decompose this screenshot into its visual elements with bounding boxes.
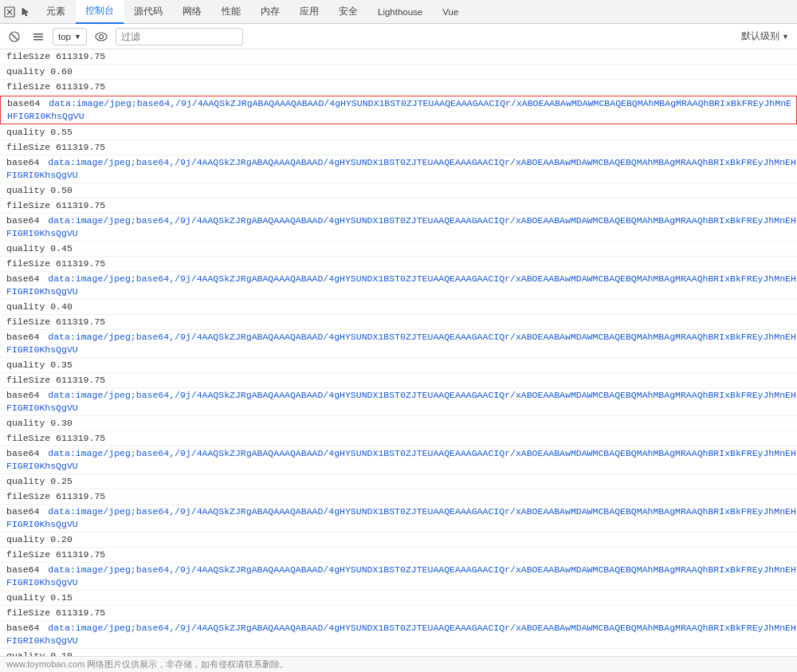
svg-rect-6 (33, 36, 43, 37)
tab-security[interactable]: 安全 (329, 0, 368, 24)
console-output: fileSize 611319.75quality 0.60fileSize 6… (0, 49, 797, 672)
chevron-down-icon: ▼ (74, 33, 81, 41)
console-row: fileSize 611319.75 (0, 257, 797, 272)
svg-rect-7 (33, 39, 43, 41)
console-row: base64 data:image/jpeg;base64,/9j/4AAQSk… (0, 446, 797, 474)
console-row: base64 data:image/jpeg;base64,/9j/4AAQSk… (0, 388, 797, 416)
console-row: quality 0.55 (0, 125, 797, 140)
devtools-icons (3, 6, 32, 18)
tab-console[interactable]: 控制台 (76, 0, 124, 24)
console-row: fileSize 611319.75 (0, 140, 797, 155)
cursor-icon[interactable] (19, 6, 32, 18)
tab-memory[interactable]: 内存 (251, 0, 290, 24)
settings-icon[interactable] (29, 27, 48, 46)
tab-network[interactable]: 网络 (173, 0, 212, 24)
watermark-bar: www.toymoban.com 网络图片仅供展示，非存储，如有侵权请联系删除。 (0, 656, 797, 672)
tab-elements[interactable]: 元素 (37, 0, 76, 24)
console-row: base64 data:image/jpeg;base64,/9j/4AAQSk… (0, 621, 797, 649)
console-row: quality 0.40 (0, 300, 797, 315)
console-row: fileSize 611319.75 (0, 489, 797, 505)
svg-line-4 (12, 33, 18, 39)
execution-context-dropdown[interactable]: top ▼ (53, 28, 87, 45)
console-row: base64 data:image/jpeg;base64,/9j/4AAQSk… (0, 330, 797, 358)
tab-performance[interactable]: 性能 (212, 0, 251, 24)
tab-vue[interactable]: Vue (433, 0, 469, 24)
filter-input[interactable] (121, 32, 238, 41)
console-row: fileSize 611319.75 (0, 548, 797, 563)
tab-application[interactable]: 应用 (290, 0, 329, 24)
svg-point-9 (99, 34, 103, 38)
console-row: quality 0.15 (0, 591, 797, 606)
console-row: quality 0.45 (0, 242, 797, 257)
console-row: fileSize 611319.75 (0, 431, 797, 446)
console-row: quality 0.20 (0, 532, 797, 548)
svg-rect-5 (33, 33, 43, 35)
default-levels-button[interactable]: 默认级别 ▼ (741, 30, 792, 42)
console-row: fileSize 611319.75 (0, 49, 797, 65)
console-row: fileSize 611319.75 (0, 373, 797, 388)
inspect-icon[interactable] (3, 6, 16, 18)
svg-point-8 (96, 33, 107, 41)
console-row: base64 data:image/jpeg;base64,/9j/4AAQSk… (0, 505, 797, 532)
filter-input-wrap[interactable] (116, 28, 243, 45)
console-toolbar: top ▼ 默认级别 ▼ (0, 24, 797, 49)
console-row: quality 0.30 (0, 416, 797, 431)
tab-lighthouse[interactable]: Lighthouse (368, 0, 433, 24)
console-row: fileSize 611319.75 (0, 80, 797, 95)
tab-sources[interactable]: 源代码 (124, 0, 173, 24)
console-row: quality 0.60 (0, 65, 797, 80)
levels-chevron-icon: ▼ (782, 33, 789, 41)
console-row: base64 data:image/jpeg;base64,/9j/4AAQSk… (0, 563, 797, 591)
console-row: base64 data:image/jpeg;base64,/9j/4AAQSk… (0, 96, 797, 124)
console-row: quality 0.50 (0, 183, 797, 198)
console-row: fileSize 611319.75 (0, 315, 797, 330)
console-row: fileSize 611319.75 (0, 198, 797, 214)
console-row: fileSize 611319.75 (0, 606, 797, 621)
console-row: base64 data:image/jpeg;base64,/9j/4AAQSk… (0, 214, 797, 242)
console-row: quality 0.25 (0, 474, 797, 489)
console-row: base64 data:image/jpeg;base64,/9j/4AAQSk… (0, 155, 797, 183)
eye-icon[interactable] (92, 27, 111, 46)
clear-console-button[interactable] (5, 27, 24, 46)
console-row: quality 0.35 (0, 358, 797, 373)
tab-bar: 元素 控制台 源代码 网络 性能 内存 应用 安全 Lighthouse Vue (0, 0, 797, 24)
tab-list: 元素 控制台 源代码 网络 性能 内存 应用 安全 Lighthouse Vue (37, 0, 794, 24)
console-row: base64 data:image/jpeg;base64,/9j/4AAQSk… (0, 272, 797, 300)
